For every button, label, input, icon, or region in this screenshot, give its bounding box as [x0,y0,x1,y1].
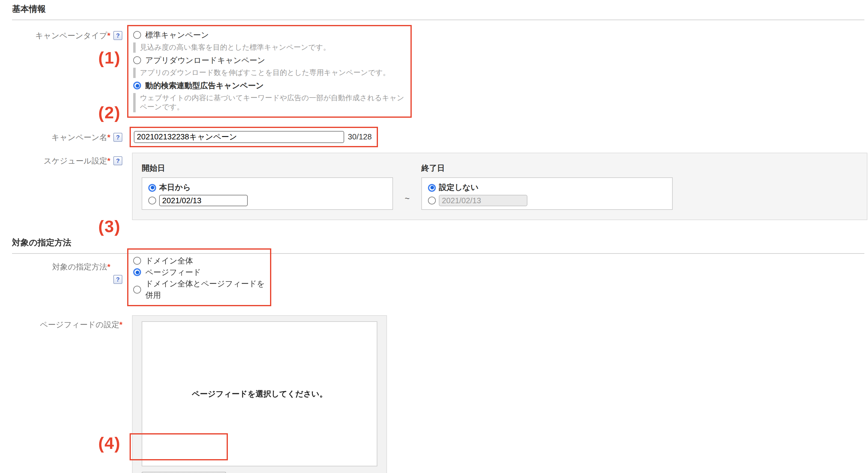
date-range-separator: ~ [393,163,421,210]
page-feed-label-cell: ページフィードの設定* [0,315,122,330]
end-date-box: 設定しない [421,178,673,210]
page-feed-empty-message: ページフィードを選択してください。 [192,389,327,399]
radio-label: 動的検索連動型広告キャンペーン [145,80,264,91]
help-icon[interactable]: ? [113,275,122,284]
radio-option-dynamic-search-campaign[interactable]: 動的検索連動型広告キャンペーン [133,80,406,91]
description-bar [133,68,135,78]
radio-icon[interactable] [428,197,436,205]
campaign-type-label-cell: キャンペーンタイプ* ? [0,25,122,41]
page: 基本情報 キャンペーンタイプ* ? 標準キャンペーン 見込み度の高い集客を目的と… [0,3,868,473]
annotation-1: (1) [98,47,121,70]
radio-label: ドメイン全体 [145,255,193,267]
target-method-label: 対象の指定方法* [52,262,110,272]
option-description: ウェブサイトの内容に基づいてキーワードや広告の一部が自動作成されるキャンペーンで… [133,93,406,112]
schedule-row: スケジュール設定* ? 開始日 本日から [0,153,868,221]
radio-icon[interactable] [148,197,156,205]
radio-label: アプリダウンロードキャンペーン [145,55,265,66]
campaign-type-label: キャンペーンタイプ* [35,30,110,41]
radio-option-app-download-campaign[interactable]: アプリダウンロードキャンペーン [133,55,406,66]
start-date-header: 開始日 [142,163,393,173]
annotation-2: (2) [98,101,121,124]
description-bar [133,93,135,112]
option-description: 見込み度の高い集客を目的とした標準キャンペーンです。 [133,42,406,53]
description-bar [133,42,135,53]
radio-label: 本日から [159,182,191,193]
radio-icon[interactable] [133,31,141,39]
radio-option-domain-and-page-feed[interactable]: ドメイン全体とページフィードを併用 [133,278,265,301]
radio-label: 設定しない [439,182,478,193]
radio-icon-selected[interactable] [133,269,141,276]
radio-option-no-end-date[interactable]: 設定しない [428,182,666,193]
char-counter: 30/128 [348,132,372,142]
campaign-type-row: キャンペーンタイプ* ? 標準キャンペーン 見込み度の高い集客を目的とした標準キ… [0,25,868,118]
help-icon[interactable]: ? [113,133,122,142]
required-asterisk: * [107,31,110,40]
radio-option-end-date[interactable] [428,195,666,207]
radio-option-start-today[interactable]: 本日から [148,182,386,193]
campaign-name-label-cell: キャンペーン名* ? [0,127,122,143]
help-icon[interactable]: ? [113,31,122,40]
callout-box-1: 標準キャンペーン 見込み度の高い集客を目的とした標準キャンペーンです。 アプリダ… [127,25,412,118]
start-date-column: 開始日 本日から [142,163,393,210]
radio-option-start-date[interactable] [148,195,386,207]
required-asterisk: * [107,156,110,165]
radio-icon[interactable] [133,286,141,294]
page-feed-label: ページフィードの設定* [40,320,122,330]
callout-box-2: 30/128 [130,127,378,147]
section-title-basic-info: 基本情報 [12,3,864,20]
required-asterisk: * [107,263,110,272]
radio-icon-selected[interactable] [148,184,156,192]
end-date-header: 終了日 [421,163,673,173]
radio-label: ページフィード [145,267,201,278]
schedule-panel: 開始日 本日から ~ 終了日 [132,153,867,221]
radio-label: ドメイン全体とページフィードを併用 [145,278,265,301]
radio-label: 標準キャンペーン [145,30,209,41]
end-date-input-disabled [439,195,527,207]
campaign-name-input[interactable] [134,131,344,143]
schedule-label-cell: スケジュール設定* ? [0,153,122,166]
radio-option-standard-campaign[interactable]: 標準キャンペーン [133,30,406,41]
required-asterisk: * [119,320,122,329]
campaign-name-label: キャンペーン名* [52,132,110,143]
radio-option-whole-domain[interactable]: ドメイン全体 [133,255,265,267]
target-method-row: 対象の指定方法* ? ドメイン全体 ページフィード ドメイン全体とページフィード… [0,249,868,306]
radio-icon[interactable] [133,57,141,64]
help-icon[interactable]: ? [113,156,122,165]
select-page-feed-button[interactable]: ページフィードを選択 [142,472,226,473]
radio-icon[interactable] [133,257,141,265]
start-date-input[interactable] [159,195,248,207]
radio-option-page-feed[interactable]: ページフィード [133,267,265,278]
required-asterisk: * [107,133,110,142]
annotation-3: (3) [98,215,121,238]
option-description: アプリのダウンロード数を伸ばすことを目的とした専用キャンペーンです。 [133,68,406,78]
radio-icon-selected[interactable] [133,82,141,90]
annotation-4: (4) [98,432,121,455]
callout-box-3: ドメイン全体 ページフィード ドメイン全体とページフィードを併用 [127,249,271,306]
start-date-box: 本日から [142,178,393,210]
callout-box-4 [130,433,228,460]
radio-icon-selected[interactable] [428,184,436,192]
end-date-column: 終了日 設定しない [421,163,673,210]
schedule-label: スケジュール設定* [44,156,110,166]
campaign-name-row: キャンペーン名* ? 30/128 [0,127,868,147]
